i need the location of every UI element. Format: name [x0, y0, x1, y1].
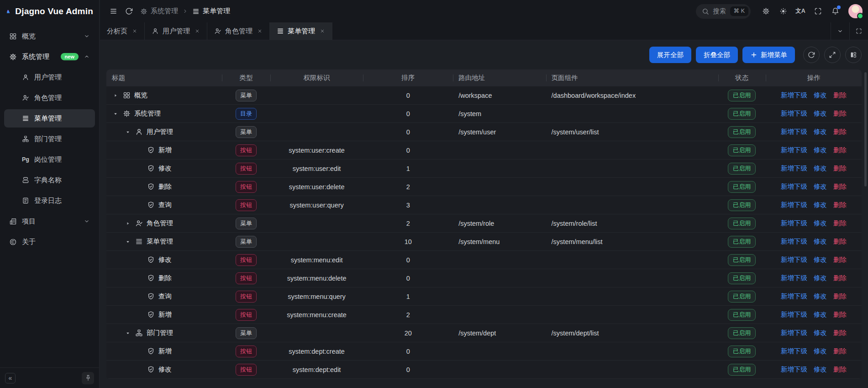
- maximize-button[interactable]: [824, 47, 841, 63]
- bell-button[interactable]: [827, 4, 843, 19]
- delete-action[interactable]: 删除: [833, 292, 847, 301]
- delete-action[interactable]: 删除: [833, 146, 847, 154]
- delete-action[interactable]: 删除: [833, 347, 847, 356]
- close-icon[interactable]: [195, 28, 200, 34]
- sidebar-item-菜单管理[interactable]: 菜单管理: [4, 109, 95, 128]
- tab-菜单管理[interactable]: 菜单管理: [270, 22, 332, 40]
- row-title: 部门管理: [147, 329, 173, 337]
- edit-action[interactable]: 修改: [814, 109, 827, 118]
- caret-down-icon[interactable]: [124, 330, 132, 336]
- add-child-action[interactable]: 新增下级: [781, 274, 807, 282]
- edit-action[interactable]: 修改: [814, 219, 827, 228]
- caret-down-icon[interactable]: [124, 239, 132, 244]
- caret-right-icon[interactable]: [112, 93, 119, 98]
- add-child-action[interactable]: 新增下级: [781, 347, 807, 356]
- fullscreen-button[interactable]: [849, 22, 868, 40]
- sidebar-item-岗位管理[interactable]: Pg岗位管理: [4, 150, 95, 169]
- breadcrumb-item[interactable]: 系统管理: [140, 7, 178, 16]
- sidebar-item-角色管理[interactable]: 角色管理: [4, 89, 95, 107]
- delete-action[interactable]: 删除: [833, 201, 847, 209]
- caret-right-icon[interactable]: [124, 221, 132, 226]
- sidebar-item-关于[interactable]: 关于: [4, 233, 95, 251]
- add-child-action[interactable]: 新增下级: [781, 219, 807, 228]
- edit-action[interactable]: 修改: [814, 91, 827, 100]
- edit-action[interactable]: 修改: [814, 292, 827, 301]
- tab-角色管理[interactable]: 角色管理: [207, 22, 270, 40]
- close-icon[interactable]: [257, 28, 263, 34]
- edit-action[interactable]: 修改: [814, 237, 827, 246]
- chevron-down-button[interactable]: [831, 22, 849, 40]
- sidebar-collapse-button[interactable]: «: [5, 373, 16, 383]
- add-child-action[interactable]: 新增下级: [781, 329, 807, 337]
- refresh-button[interactable]: [803, 47, 820, 63]
- add-child-action[interactable]: 新增下级: [781, 128, 807, 136]
- delete-action[interactable]: 删除: [833, 329, 847, 337]
- delete-action[interactable]: 删除: [833, 164, 847, 173]
- delete-action[interactable]: 删除: [833, 109, 847, 118]
- edit-action[interactable]: 修改: [814, 274, 827, 282]
- add-child-action[interactable]: 新增下级: [781, 201, 807, 209]
- translate-button[interactable]: 文A: [793, 4, 808, 19]
- pin-icon[interactable]: [82, 372, 94, 384]
- delete-action[interactable]: 删除: [833, 237, 847, 246]
- breadcrumb-item[interactable]: 菜单管理: [192, 7, 230, 16]
- logo[interactable]: Djagno Vue Admin: [0, 0, 99, 23]
- refresh-button[interactable]: [121, 4, 137, 19]
- column-header-排序: 排序: [363, 69, 453, 86]
- tab-分析页[interactable]: 分析页: [100, 22, 145, 40]
- edit-action[interactable]: 修改: [814, 365, 827, 374]
- delete-action[interactable]: 删除: [833, 255, 847, 264]
- sidebar-item-字典名称[interactable]: 字典名称: [4, 171, 95, 189]
- scrollbar[interactable]: [864, 72, 867, 186]
- edit-action[interactable]: 修改: [814, 164, 827, 173]
- search-input[interactable]: 搜索 ⌘ K: [696, 4, 751, 19]
- delete-action[interactable]: 删除: [833, 219, 847, 228]
- edit-action[interactable]: 修改: [814, 347, 827, 356]
- sidebar-item-项目[interactable]: 项目: [4, 212, 95, 230]
- caret-down-icon[interactable]: [124, 129, 132, 135]
- add-child-action[interactable]: 新增下级: [781, 255, 807, 264]
- grid-settings-button[interactable]: [845, 47, 862, 63]
- edit-action[interactable]: 修改: [814, 146, 827, 154]
- add-child-action[interactable]: 新增下级: [781, 310, 807, 319]
- delete-action[interactable]: 删除: [833, 274, 847, 282]
- edit-action[interactable]: 修改: [814, 128, 827, 136]
- close-icon[interactable]: [132, 28, 137, 34]
- sidebar-item-用户管理[interactable]: 用户管理: [4, 68, 95, 86]
- sidebar-item-系统管理[interactable]: 系统管理new: [4, 48, 95, 66]
- add-child-action[interactable]: 新增下级: [781, 292, 807, 301]
- delete-action[interactable]: 删除: [833, 365, 847, 374]
- edit-action[interactable]: 修改: [814, 310, 827, 319]
- edit-action[interactable]: 修改: [814, 182, 827, 191]
- add-child-action[interactable]: 新增下级: [781, 91, 807, 100]
- fullscreen-button[interactable]: [810, 4, 826, 19]
- cell-status: 已启用: [718, 214, 766, 232]
- sun-button[interactable]: [775, 4, 791, 19]
- add-child-action[interactable]: 新增下级: [781, 237, 807, 246]
- add-child-action[interactable]: 新增下级: [781, 109, 807, 118]
- add-child-action[interactable]: 新增下级: [781, 146, 807, 154]
- collapse-all-button[interactable]: 折叠全部: [696, 47, 738, 63]
- status-badge: 已启用: [728, 291, 756, 303]
- edit-action[interactable]: 修改: [814, 255, 827, 264]
- sidebar-item-登录日志[interactable]: 登录日志: [4, 191, 95, 210]
- sidebar-item-部门管理[interactable]: 部门管理: [4, 130, 95, 148]
- avatar[interactable]: [848, 4, 863, 18]
- tab-用户管理[interactable]: 用户管理: [145, 22, 207, 40]
- delete-action[interactable]: 删除: [833, 310, 847, 319]
- add-child-action[interactable]: 新增下级: [781, 365, 807, 374]
- hamburger-button[interactable]: [105, 4, 121, 19]
- gear-button[interactable]: [758, 4, 773, 19]
- caret-down-icon[interactable]: [112, 111, 119, 117]
- add-child-action[interactable]: 新增下级: [781, 164, 807, 173]
- edit-action[interactable]: 修改: [814, 201, 827, 209]
- edit-action[interactable]: 修改: [814, 329, 827, 337]
- add-child-action[interactable]: 新增下级: [781, 182, 807, 191]
- delete-action[interactable]: 删除: [833, 182, 847, 191]
- add-menu-button[interactable]: 新增菜单: [742, 47, 795, 63]
- sidebar-item-概览[interactable]: 概览: [4, 27, 95, 45]
- delete-action[interactable]: 删除: [833, 128, 847, 136]
- expand-all-button[interactable]: 展开全部: [649, 47, 691, 63]
- delete-action[interactable]: 删除: [833, 91, 847, 100]
- close-icon[interactable]: [320, 28, 325, 34]
